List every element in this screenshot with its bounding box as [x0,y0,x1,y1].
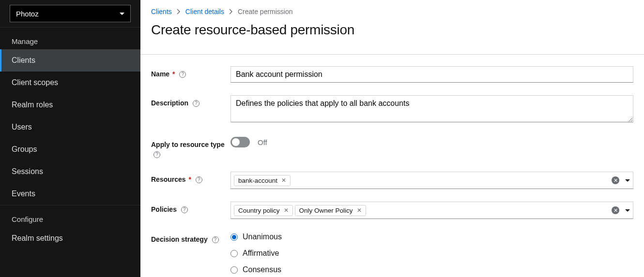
chip-label: Only Owner Policy [299,207,353,214]
realm-selector-label: Photoz [16,10,39,18]
help-icon[interactable]: ? [196,176,202,183]
help-icon[interactable]: ? [193,100,199,107]
label-decision-strategy: Decision strategy ? [151,232,230,245]
sidebar-section-title: Manage [0,30,140,49]
control-decision-strategy: UnanimousAffirmativeConsensus [230,232,633,274]
breadcrumb-client-details[interactable]: Client details [185,8,224,15]
required-marker: * [188,175,191,183]
close-icon[interactable]: ✕ [281,177,286,183]
apply-resource-type-toggle[interactable] [230,137,250,147]
radio-icon [230,250,238,257]
switch-state-label: Off [258,138,267,146]
radio-icon [230,266,238,274]
radio-affirmative[interactable]: Affirmative [230,249,633,258]
chevron-right-icon [177,9,181,15]
control-resources: bank-account✕ ✕ [230,172,633,189]
realm-selector-wrap: Photoz [0,0,140,27]
radio-consensus[interactable]: Consensus [230,265,633,274]
realm-selector[interactable]: Photoz [10,5,131,22]
control-name [230,66,633,83]
label-decision-strategy-text: Decision strategy [151,235,208,243]
form-row-policies: Policies ? Country policy✕Only Owner Pol… [151,202,633,219]
chip: Only Owner Policy✕ [295,205,366,216]
breadcrumb: Clients Client details Create permission [151,8,633,15]
form-row-apply-resource-type: Apply to resource type ? Off [151,137,633,159]
label-resources-text: Resources [151,175,186,183]
label-description: Description ? [151,95,230,108]
label-policies: Policies ? [151,202,230,215]
sidebar-item-clients[interactable]: Clients [0,49,140,72]
sidebar-item-sessions[interactable]: Sessions [0,160,140,183]
close-icon[interactable]: ✕ [284,207,289,213]
breadcrumb-clients[interactable]: Clients [151,8,172,15]
clear-icon[interactable]: ✕ [612,176,619,184]
clear-icon[interactable]: ✕ [612,206,619,214]
radio-icon [230,233,238,241]
label-name-text: Name [151,70,169,78]
close-icon[interactable]: ✕ [357,207,362,213]
sidebar-section-title: Configure [0,208,140,227]
chip-label: bank-account [238,177,277,184]
label-name: Name * ? [151,66,230,79]
sidebar-item-client-scopes[interactable]: Client scopes [0,72,140,94]
caret-down-icon[interactable] [625,179,630,182]
form-row-resources: Resources * ? bank-account✕ ✕ [151,172,633,189]
label-apply-resource-type: Apply to resource type ? [151,137,230,159]
sidebar-item-realm-roles[interactable]: Realm roles [0,94,140,116]
help-icon[interactable]: ? [153,151,160,158]
radio-label: Unanimous [243,233,282,241]
chevron-right-icon [229,9,233,15]
caret-down-icon [120,13,124,15]
radio-label: Consensus [243,265,281,274]
help-icon[interactable]: ? [179,71,186,78]
sidebar-item-users[interactable]: Users [0,116,140,138]
control-policies: Country policy✕Only Owner Policy✕ ✕ [230,202,633,219]
chip: bank-account✕ [234,175,291,186]
label-description-text: Description [151,99,188,107]
page-title: Create resource-based permission [151,22,633,43]
radio-label: Affirmative [243,249,279,258]
form-row-name: Name * ? [151,66,633,83]
main-content: Clients Client details Create permission… [140,0,644,277]
description-input[interactable] [230,95,633,122]
sidebar-section: ManageClientsClient scopesRealm rolesUse… [0,27,140,205]
radio-unanimous[interactable]: Unanimous [230,233,633,241]
chip: Country policy✕ [234,205,293,216]
label-resources: Resources * ? [151,172,230,185]
help-icon[interactable]: ? [181,206,188,213]
sidebar-item-events[interactable]: Events [0,183,140,205]
sidebar: Photoz ManageClientsClient scopesRealm r… [0,0,140,277]
breadcrumb-current: Create permission [238,8,293,15]
policies-select[interactable]: Country policy✕Only Owner Policy✕ ✕ [230,202,633,219]
label-apply-resource-type-text: Apply to resource type [151,141,225,148]
switch-wrap: Off [230,137,633,147]
resources-select[interactable]: bank-account✕ ✕ [230,172,633,189]
caret-down-icon[interactable] [625,209,630,212]
select-controls: ✕ [612,176,630,184]
help-icon[interactable]: ? [212,236,219,243]
sidebar-section: ConfigureRealm settings [0,205,140,249]
form-row-decision-strategy: Decision strategy ? UnanimousAffirmative… [151,232,633,274]
control-description [230,95,633,124]
required-marker: * [172,70,175,78]
sidebar-item-realm-settings[interactable]: Realm settings [0,227,140,249]
form-row-description: Description ? [151,95,633,124]
name-input[interactable] [230,66,633,83]
sidebar-item-groups[interactable]: Groups [0,138,140,160]
select-controls: ✕ [612,206,630,214]
control-apply-resource-type: Off [230,137,633,147]
divider [140,54,644,55]
decision-strategy-radio-group: UnanimousAffirmativeConsensus [230,232,633,274]
chip-label: Country policy [238,207,280,214]
label-policies-text: Policies [151,205,177,213]
